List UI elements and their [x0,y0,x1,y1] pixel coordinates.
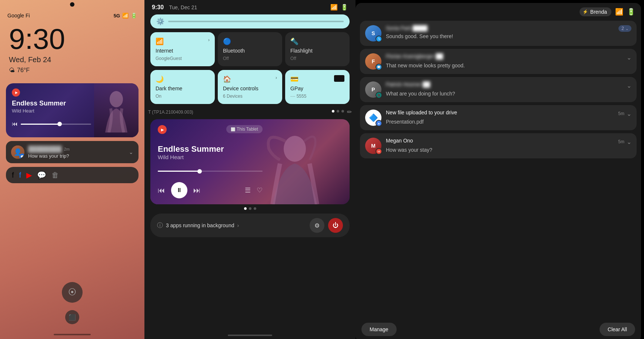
phone-notification-card[interactable]: 👤 ████████ 2m How was your trip? ⌄ [6,141,139,163]
phone-bottom-area: ⦿ ⬛ [62,282,83,324]
expand-megan[interactable]: ⌄ [627,138,631,145]
notif-item-megan[interactable]: M M Megan Ono 5m ⌄ How was your stay? [360,133,637,158]
megan-app-badge: M [376,148,382,155]
brightness-row[interactable]: ⚙️ [150,14,350,28]
user-name: Brenda [590,9,607,15]
device-controls-label: Device controls [223,85,277,91]
music-page-dots [144,207,356,210]
bluetooth-icon: 🔵 [223,37,231,46]
page-dots [332,110,344,113]
notif-name-megan: Megan Ono [386,138,413,144]
manage-button[interactable]: Manage [361,323,397,336]
flashlight-icon: 🔦 [290,37,298,46]
user-badge[interactable]: ⚡ Brenda [580,7,611,16]
brightness-slider[interactable] [168,21,344,22]
notif-time-megan: 5m [618,139,624,144]
prev-button[interactable]: ⏮ [12,121,18,127]
recents-button[interactable]: ⬛ [65,310,79,324]
edit-icon[interactable]: ✏ [347,108,352,115]
internet-sub: GoogleGuest [156,56,210,61]
notif-item-sonia[interactable]: S 𝕏 Sonia Park ████ 2 ⌄ Sounds good. See… [360,21,637,46]
phone-network: 5G [114,13,120,19]
notif-name-drive: New file uploaded to your drive [386,110,457,115]
tablet-prev-btn[interactable]: ⏮ [158,186,165,195]
fingerprint-button[interactable]: ⦿ [62,282,83,303]
music-app-icon [12,88,20,97]
power-icon: ⏻ [333,222,338,229]
tablet-wifi-icon: 📶 [330,4,338,11]
recents-icon: ⬛ [69,314,76,321]
dot-2 [337,110,339,113]
music-dot-3 [254,207,256,210]
notif-msg-florian: That new movie looks pretty good. [386,63,631,68]
tablet-build: T (TP1A.2100409.003) [148,110,193,115]
qs-device-controls[interactable]: 🏠 › Device controls 6 Devices [218,70,282,104]
tablet-next-btn[interactable]: ⏭ [193,186,201,195]
notif-msg-drive: Presentation.pdf [386,119,631,125]
expand-florian[interactable]: ⌄ [627,54,631,61]
tablet-panel: 9:30 Tue, Dec 21 📶 🔋 ⚙️ 📶 › Internet Goo… [144,0,356,339]
phone-dock: f f ▶ 💬 🗑 [6,167,139,183]
expand-icon[interactable]: ⌄ [129,149,133,155]
wifi-status-icon: 📶 [615,8,623,16]
notif-avatar-florian: F 💬 [365,53,381,70]
build-row: T (TP1A.2100409.003) ✏ [144,108,356,116]
notif-item-drive[interactable]: 🔷 ▲ New file uploaded to your drive 5m ⌄… [360,105,637,130]
lightning-icon: ⚡ [583,9,588,14]
tablet-status-bar: 9:30 Tue, Dec 21 📶 🔋 [144,0,356,14]
svg-point-1 [284,136,306,162]
fingerprint-icon: ⦿ [68,288,76,297]
dock-icon-trash[interactable]: 🗑 [51,171,59,179]
gpay-label: GPay [290,85,344,91]
notif-name-sonia: Sonia Park ████ [386,25,427,31]
notif-msg-megan: How was your stay? [386,147,631,153]
dock-icon-facebook2[interactable]: f [19,171,21,179]
qs-internet[interactable]: 📶 › Internet GoogleGuest [150,32,215,66]
svg-point-0 [110,91,123,107]
progress-bar[interactable] [21,124,91,125]
notif-app-badge [19,154,24,159]
tablet-battery-icon: 🔋 [341,4,348,11]
twitter-badge: 𝕏 [376,36,382,42]
qs-gpay[interactable]: 💳 GPay ···· 5555 [285,70,350,104]
patrick-app-badge: 🎥 [376,92,382,98]
notif-count-badge: 2 ⌄ [618,25,631,32]
flashlight-sub: Off [290,56,344,61]
expand-drive[interactable]: ⌄ [627,110,631,117]
notif-item-florian[interactable]: F 💬 Florian Koenigberger ██ ⌄ That new m… [360,49,637,74]
clear-all-button[interactable]: Clear All [600,323,635,336]
tablet-heart-icon: ♡ [257,186,263,194]
tablet-queue-icon: ☰ [245,186,251,194]
qs-flashlight[interactable]: 🔦 Flashlight Off [285,32,350,66]
dock-icon-facebook[interactable]: f [12,171,14,179]
qs-bluetooth[interactable]: 🔵 Bluetooth Off [218,32,282,66]
phone-notif-avatar: 👤 [11,145,24,159]
notif-avatar-sonia: S 𝕏 [365,25,381,41]
settings-circle[interactable]: ⚙ [310,218,324,233]
dock-icon-youtube[interactable]: ▶ [26,171,32,179]
tablet-music-controls[interactable]: ⏮ ⏸ ⏭ ☰ ♡ [158,182,263,198]
bg-apps-bar[interactable]: ⓘ 3 apps running in background › ⚙ ⏻ [150,214,350,237]
power-circle[interactable]: ⏻ [328,218,343,233]
notif-avatar-patrick: P 🎥 [365,81,381,98]
music-dot-2 [249,207,251,210]
expand-patrick[interactable]: ⌄ [627,82,631,89]
phone-time: 9:30 [0,21,144,54]
music-artwork [94,83,139,137]
phone-panel: Google Fi 5G 📶 🔋 9:30 Wed, Feb 24 🌤 76°F… [0,0,144,339]
music-app-icon-large: ▶ [158,125,167,134]
dock-icon-hangouts[interactable]: 💬 [37,171,46,179]
tablet-music-card[interactable]: ▶ ⬜ This Tablet Endless Summer Wild Hear… [150,119,350,204]
notif-item-patrick[interactable]: P 🎥 Patrick Hosmer ██ ⌄ What are you doi… [360,77,637,102]
settings-icon: ⚙ [314,222,320,229]
qs-darktheme[interactable]: 🌙 Dark theme On [150,70,215,104]
internet-chevron: › [208,37,210,43]
music-dot-1 [244,207,247,210]
phone-weather: 🌤 76°F [0,66,144,80]
bg-apps-chevron: › [237,222,239,228]
bg-apps-text: 3 apps running in background [166,222,234,228]
phone-music-card[interactable]: 🖥 This phone Endless Summer Wild Heart ⏮ [6,83,139,137]
phone-home-bar [54,334,91,335]
camera-dot [70,2,74,7]
tablet-pause-btn[interactable]: ⏸ [171,182,187,198]
